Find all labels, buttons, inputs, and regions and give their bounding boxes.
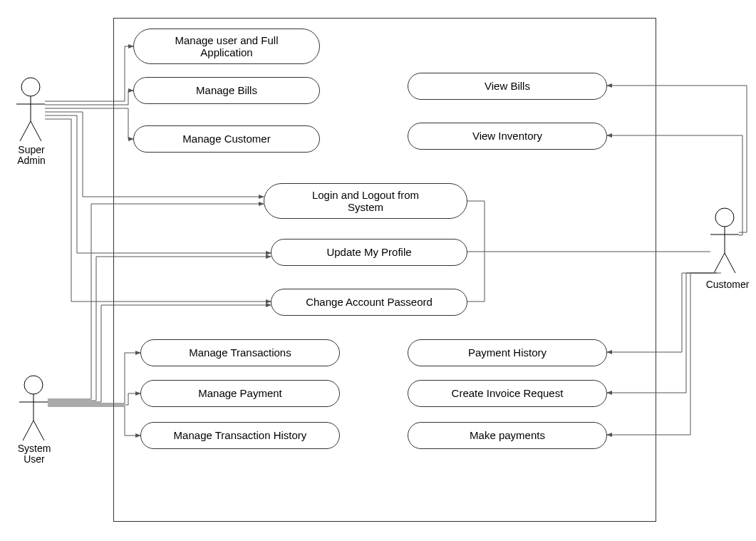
actor-system-user-label: System User <box>16 443 53 465</box>
usecase-make-payments: Make payments <box>408 422 607 449</box>
usecase-manage-transactions: Manage Transactions <box>140 339 340 366</box>
svg-line-8 <box>23 421 33 440</box>
usecase-manage-app: Manage user and Full Application <box>133 29 320 64</box>
usecase-manage-tx-history: Manage Transaction History <box>140 422 340 449</box>
actor-customer-label: Customer <box>704 279 751 290</box>
svg-point-0 <box>21 78 40 96</box>
usecase-create-invoice: Create Invoice Request <box>408 380 607 407</box>
svg-point-10 <box>715 208 734 227</box>
actor-customer-figure <box>710 208 739 273</box>
usecase-manage-customer: Manage Customer <box>133 125 320 153</box>
usecase-login-logout: Login and Logout from System <box>264 183 467 219</box>
svg-line-4 <box>31 121 41 141</box>
svg-line-9 <box>33 421 44 440</box>
use-case-diagram: Super Admin System User Customer Manage … <box>0 0 756 541</box>
actor-system-user-figure <box>19 376 48 440</box>
usecase-manage-payment: Manage Payment <box>140 380 340 407</box>
svg-line-13 <box>714 253 725 273</box>
usecase-manage-bills: Manage Bills <box>133 77 320 104</box>
usecase-payment-history: Payment History <box>408 339 607 366</box>
svg-line-14 <box>725 253 735 273</box>
svg-point-5 <box>24 376 43 394</box>
usecase-view-inventory: View Inventory <box>408 123 607 150</box>
usecase-view-bills: View Bills <box>408 73 607 100</box>
svg-line-3 <box>20 121 31 141</box>
usecase-change-password: Change Account Passeord <box>271 289 467 316</box>
actor-super-admin-figure <box>16 78 45 141</box>
usecase-update-profile: Update My Profile <box>271 239 467 266</box>
actor-super-admin-label: Super Admin <box>14 145 48 167</box>
